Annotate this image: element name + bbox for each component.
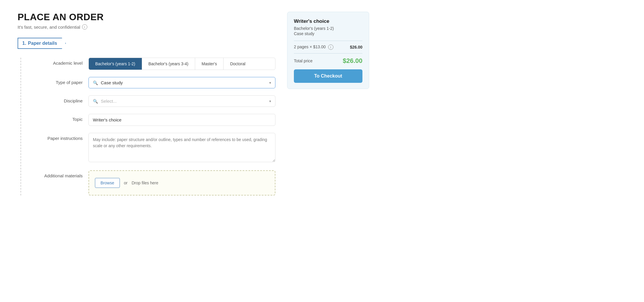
paper-instructions-control [88, 133, 275, 163]
summary-total-row: Total price $26.00 [294, 57, 362, 65]
topic-label: Topic [33, 114, 83, 122]
type-of-paper-dropdown[interactable]: 🔍 Case study ▾ [88, 77, 275, 88]
academic-btn-masters[interactable]: Master's [195, 58, 224, 70]
type-of-paper-row: Type of paper 🔍 Case study ▾ [33, 77, 275, 88]
topic-input[interactable] [88, 114, 275, 126]
type-of-paper-label: Type of paper [33, 77, 83, 85]
summary-pages-row: 2 pages × $13.00 i $26.00 [294, 44, 362, 50]
summary-level: Bachelor's (years 1-2) [294, 26, 362, 31]
additional-materials-control: Browse or Drop files here [88, 170, 275, 195]
total-label: Total price [294, 59, 313, 63]
order-summary: Writer's choice Bachelor's (years 1-2) C… [287, 12, 369, 89]
topic-row: Topic [33, 114, 275, 126]
file-drop-zone[interactable]: Browse or Drop files here [88, 170, 275, 195]
sidebar: Writer's choice Bachelor's (years 1-2) C… [287, 12, 369, 195]
academic-level-row: Academic level Bachelor's (years 1-2) Ba… [33, 58, 275, 70]
pages-info-icon[interactable]: i [328, 44, 333, 50]
summary-title: Writer's choice [294, 18, 362, 24]
discipline-chevron-icon: ▾ [269, 99, 271, 103]
summary-type: Case study [294, 31, 362, 36]
discipline-row: Discipline 🔍 Select... ▾ [33, 95, 275, 107]
academic-level-label: Academic level [33, 58, 83, 66]
academic-level-control: Bachelor's (years 1-2) Bachelor's (years… [88, 58, 275, 70]
drop-text: Drop files here [132, 181, 158, 185]
discipline-label: Discipline [33, 95, 83, 103]
topic-control [88, 114, 275, 126]
academic-btn-bach34[interactable]: Bachelor's (years 3-4) [142, 58, 195, 70]
step-badge: 1. Paper details [18, 38, 66, 49]
total-price: $26.00 [343, 57, 362, 65]
summary-divider-2 [294, 53, 362, 54]
type-paper-chevron-icon: ▾ [269, 81, 271, 85]
discipline-search-icon: 🔍 [93, 99, 98, 104]
subtitle-info-icon[interactable]: i [82, 24, 87, 30]
paper-instructions-label: Paper instructions [33, 133, 83, 141]
discipline-control: 🔍 Select... ▾ [88, 95, 275, 107]
type-paper-search-icon: 🔍 [93, 80, 98, 85]
form-section: Academic level Bachelor's (years 1-2) Ba… [21, 58, 275, 195]
summary-pages-price: $26.00 [350, 45, 362, 49]
page-title: PLACE AN ORDER [18, 12, 275, 23]
type-of-paper-control: 🔍 Case study ▾ [88, 77, 275, 88]
summary-pages-info: 2 pages × $13.00 i [294, 44, 333, 50]
paper-instructions-input[interactable] [88, 133, 275, 162]
drop-or: or [124, 181, 127, 185]
additional-materials-label: Additional materials [33, 170, 83, 178]
paper-instructions-row: Paper instructions [33, 133, 275, 163]
step-header: 1. Paper details [18, 38, 275, 49]
discipline-placeholder: Select... [101, 99, 266, 104]
step-number: 1. [22, 41, 26, 46]
type-of-paper-value: Case study [101, 80, 266, 85]
discipline-dropdown[interactable]: 🔍 Select... ▾ [88, 95, 275, 107]
browse-button[interactable]: Browse [95, 178, 120, 188]
academic-btn-bach12[interactable]: Bachelor's (years 1-2) [89, 58, 142, 70]
step-label: Paper details [28, 41, 57, 46]
checkout-button[interactable]: To Checkout [294, 69, 362, 83]
page-subtitle: It's fast, secure, and confidential i [18, 24, 275, 30]
additional-materials-row: Additional materials Browse or Drop file… [33, 170, 275, 195]
summary-divider [294, 41, 362, 41]
academic-level-buttons: Bachelor's (years 1-2) Bachelor's (years… [88, 58, 275, 70]
academic-btn-doctoral[interactable]: Doctoral [224, 58, 252, 70]
